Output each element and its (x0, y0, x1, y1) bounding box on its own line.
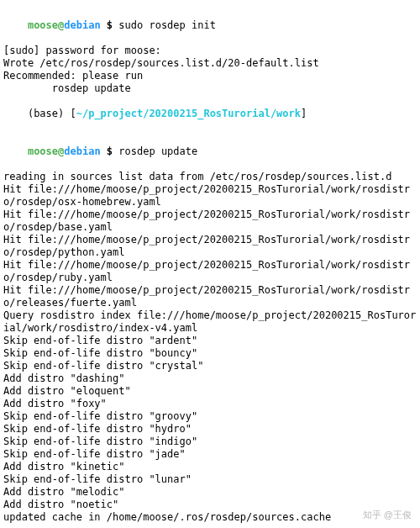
output-line: updated cache in /home/moose/.ros/rosdep… (3, 511, 417, 524)
cmd-text: sudo rosdep init (118, 19, 216, 31)
output-line: Recommended: please run (3, 70, 417, 82)
output-line: [sudo] password for moose: (3, 45, 417, 57)
base-path-line: (base) [~/p_project/20200215_RosTurorial… (3, 524, 417, 528)
output-line: Add distro "melodic" (3, 486, 417, 499)
output-line: Add distro "noetic" (3, 499, 417, 511)
output-line: Add distro "foxy" (3, 398, 417, 410)
base-close: ] (301, 108, 307, 119)
output-line: Hit file:///home/moose/p_project/2020021… (3, 234, 417, 259)
output-line: Add distro "kinetic" (3, 461, 417, 473)
prompt-line-2: moose@debian $ rosdep update (3, 133, 417, 171)
terminal-output[interactable]: moose@debian $ sudo rosdep init [sudo] p… (3, 7, 417, 528)
output-line: Skip end-of-life distro "ardent" (3, 335, 417, 347)
output-line: Skip end-of-life distro "bouncy" (3, 347, 417, 360)
output-line: Skip end-of-life distro "jade" (3, 448, 417, 461)
prompt-host: debian (64, 145, 100, 157)
output-line: Wrote /etc/ros/rosdep/sources.list.d/20-… (3, 57, 417, 70)
output-line: Skip end-of-life distro "crystal" (3, 360, 417, 372)
cwd-path: ~/p_project/20200215_RosTurorial/work (76, 108, 301, 119)
output-line: Hit file:///home/moose/p_project/2020021… (3, 209, 417, 234)
output-line: Hit file:///home/moose/p_project/2020021… (3, 183, 417, 209)
prompt-line-1: moose@debian $ sudo rosdep init (3, 7, 417, 45)
output-line: rosdep update (3, 82, 417, 95)
output-line: Add distro "dashing" (3, 372, 417, 385)
output-line: Skip end-of-life distro "lunar" (3, 473, 417, 486)
output-line: reading in sources list data from /etc/r… (3, 171, 417, 183)
base-open: (base) [ (28, 108, 76, 119)
cmd-text: rosdep update (118, 145, 197, 157)
output-line: Add distro "eloquent" (3, 385, 417, 398)
output-line: Hit file:///home/moose/p_project/2020021… (3, 284, 417, 309)
prompt-user: moose (28, 145, 58, 157)
output-line: Query rosdistro index file:///home/moose… (3, 309, 417, 335)
base-path-line: (base) [~/p_project/20200215_RosTurorial… (3, 95, 417, 133)
prompt-user: moose (28, 19, 58, 31)
prompt-host: debian (64, 19, 100, 31)
output-line: Skip end-of-life distro "hydro" (3, 423, 417, 436)
prompt-dollar: $ (101, 145, 119, 157)
output-line: Skip end-of-life distro "indigo" (3, 436, 417, 448)
prompt-dollar: $ (101, 19, 119, 31)
output-line: Skip end-of-life distro "groovy" (3, 410, 417, 423)
output-line: Hit file:///home/moose/p_project/2020021… (3, 259, 417, 284)
